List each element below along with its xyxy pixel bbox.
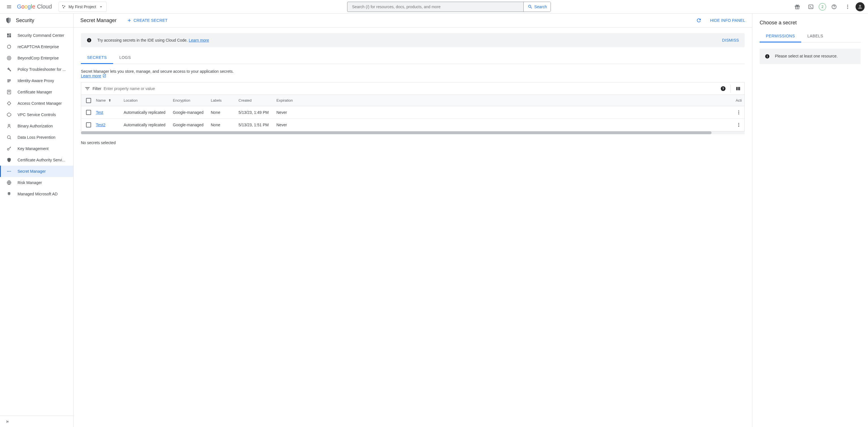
svg-point-2 bbox=[63, 7, 64, 8]
secrets-table: Name Location Encryption Labels Created … bbox=[81, 94, 745, 132]
sidebar-item-certificate-manager[interactable]: Certificate Manager bbox=[0, 86, 73, 98]
cell-labels: None bbox=[211, 123, 239, 127]
col-labels[interactable]: Labels bbox=[211, 98, 239, 103]
row-checkbox[interactable] bbox=[86, 110, 91, 115]
sidebar-item-label: Managed Microsoft AD bbox=[18, 192, 58, 196]
sidebar-item-label: Secret Manager bbox=[18, 169, 46, 174]
sidebar-title: Security bbox=[16, 18, 34, 24]
sidebar-header: Security bbox=[0, 13, 73, 27]
filter-label: Filter bbox=[93, 86, 101, 91]
nav-menu-button[interactable] bbox=[3, 1, 15, 12]
row-checkbox[interactable] bbox=[86, 122, 91, 127]
hide-info-panel-button[interactable]: HIDE INFO PANEL bbox=[710, 18, 745, 23]
filter-help-icon[interactable]: ? bbox=[720, 86, 726, 91]
svg-point-0 bbox=[62, 5, 63, 6]
sidebar-item-data-loss-prevention[interactable]: Data Loss Prevention bbox=[0, 132, 73, 143]
cell-location: Automatically replicated bbox=[124, 123, 173, 127]
create-secret-button[interactable]: CREATE SECRET bbox=[127, 18, 167, 23]
sidebar-item-risk-manager[interactable]: Risk Manager bbox=[0, 177, 73, 188]
sidebar-item-binary-authorization[interactable]: Binary Authorization bbox=[0, 120, 73, 132]
info-tab-labels[interactable]: LABELS bbox=[801, 30, 830, 42]
dashboard-icon bbox=[6, 33, 12, 38]
svg-rect-38 bbox=[89, 40, 89, 41]
svg-rect-43 bbox=[738, 87, 738, 90]
sidebar-item-security-command-center[interactable]: Security Command Center bbox=[0, 30, 73, 41]
search-container: Search bbox=[109, 2, 789, 12]
project-picker[interactable]: My First Project bbox=[59, 2, 106, 12]
filter-bar: Filter ? bbox=[81, 82, 745, 94]
col-name[interactable]: Name bbox=[96, 98, 124, 103]
col-location[interactable]: Location bbox=[124, 98, 173, 103]
sidebar-item-beyondcorp-enterprise[interactable]: BeyondCorp Enterprise bbox=[0, 52, 73, 64]
sidebar-item-policy-troubleshooter-for[interactable]: Policy Troubleshooter for ... bbox=[0, 64, 73, 75]
google-cloud-logo[interactable]: Google Cloud bbox=[17, 3, 52, 10]
gift-icon[interactable] bbox=[792, 1, 803, 12]
info-tab-permissions[interactable]: PERMISSIONS bbox=[760, 30, 801, 42]
sidebar-item-label: Key Management bbox=[18, 146, 49, 151]
col-expiration[interactable]: Expiration bbox=[276, 98, 309, 103]
svg-rect-44 bbox=[739, 87, 740, 90]
binauth-icon bbox=[6, 123, 12, 129]
cell-expiration: Never bbox=[276, 110, 309, 115]
key-icon bbox=[6, 146, 12, 151]
search-input[interactable] bbox=[347, 2, 523, 11]
svg-rect-21 bbox=[7, 80, 11, 80]
svg-rect-23 bbox=[7, 82, 10, 82]
row-actions-icon[interactable] bbox=[736, 110, 741, 115]
selection-status: No secrets selected bbox=[81, 140, 745, 145]
sidebar-item-access-context-manager[interactable]: Access Context Manager bbox=[0, 98, 73, 109]
svg-point-32 bbox=[8, 171, 9, 172]
svg-line-29 bbox=[10, 138, 11, 139]
sidebar-item-identity-aware-proxy[interactable]: Identity-Aware Proxy bbox=[0, 75, 73, 86]
svg-rect-14 bbox=[7, 33, 9, 36]
sidebar-item-recaptcha-enterprise[interactable]: reCAPTCHA Enterprise bbox=[0, 41, 73, 52]
trial-badge[interactable]: 2 bbox=[819, 3, 826, 10]
cloud-shell-icon[interactable] bbox=[805, 1, 816, 12]
more-icon[interactable] bbox=[842, 1, 853, 12]
svg-point-30 bbox=[7, 148, 9, 150]
svg-rect-26 bbox=[7, 102, 11, 105]
sidebar-item-label: Certificate Authority Servi... bbox=[18, 158, 65, 162]
content-main: Secret Manager CREATE SECRET HIDE INFO P… bbox=[73, 13, 752, 427]
secret-name-link[interactable]: Test bbox=[96, 110, 103, 115]
info-panel-callout: Please select at least one resource. bbox=[760, 49, 861, 64]
info-panel-title: Choose a secret bbox=[760, 20, 861, 26]
sidebar-item-managed-microsoft-ad[interactable]: Managed Microsoft AD bbox=[0, 188, 73, 200]
svg-text:?: ? bbox=[722, 87, 724, 90]
help-icon[interactable] bbox=[828, 1, 840, 12]
account-avatar[interactable] bbox=[856, 2, 865, 11]
svg-point-48 bbox=[738, 123, 739, 124]
horizontal-scrollbar[interactable] bbox=[81, 132, 745, 134]
sidebar-nav[interactable]: Security Command CenterreCAPTCHA Enterpr… bbox=[0, 27, 73, 416]
sidebar-item-key-management[interactable]: Key Management bbox=[0, 143, 73, 154]
recaptcha-icon bbox=[6, 44, 12, 50]
refresh-icon[interactable] bbox=[693, 15, 705, 26]
sidebar-item-secret-manager[interactable]: Secret Manager bbox=[0, 166, 73, 177]
svg-rect-16 bbox=[9, 35, 11, 37]
filter-input[interactable] bbox=[103, 86, 718, 91]
sidebar-item-certificate-authority-servi[interactable]: Certificate Authority Servi... bbox=[0, 154, 73, 166]
banner-learn-more-link[interactable]: Learn more bbox=[189, 38, 209, 42]
svg-point-9 bbox=[834, 8, 834, 8]
svg-rect-52 bbox=[767, 56, 768, 57]
svg-point-45 bbox=[738, 110, 739, 111]
select-all-checkbox[interactable] bbox=[86, 98, 91, 103]
sidebar-item-vpc-service-controls[interactable]: VPC Service Controls bbox=[0, 109, 73, 120]
col-created[interactable]: Created bbox=[239, 98, 276, 103]
tab-secrets[interactable]: SECRETS bbox=[81, 52, 113, 64]
sidebar-item-label: Access Context Manager bbox=[18, 101, 62, 106]
svg-rect-15 bbox=[9, 33, 11, 35]
search-button[interactable]: Search bbox=[523, 2, 551, 11]
row-actions-icon[interactable] bbox=[736, 122, 741, 127]
banner-dismiss-button[interactable]: DISMISS bbox=[722, 38, 739, 42]
columns-icon[interactable] bbox=[735, 86, 741, 91]
main-tabs: SECRETSLOGS bbox=[81, 52, 745, 64]
col-encryption[interactable]: Encryption bbox=[173, 98, 211, 103]
svg-rect-22 bbox=[7, 80, 11, 81]
top-right-actions: 2 bbox=[792, 1, 865, 12]
tab-logs[interactable]: LOGS bbox=[113, 52, 137, 64]
secret-name-link[interactable]: Test2 bbox=[96, 123, 105, 127]
learn-more-link[interactable]: Learn more bbox=[81, 74, 106, 78]
table-row: Test2Automatically replicatedGoogle-mana… bbox=[81, 119, 744, 131]
sidebar-collapse[interactable] bbox=[0, 416, 73, 427]
